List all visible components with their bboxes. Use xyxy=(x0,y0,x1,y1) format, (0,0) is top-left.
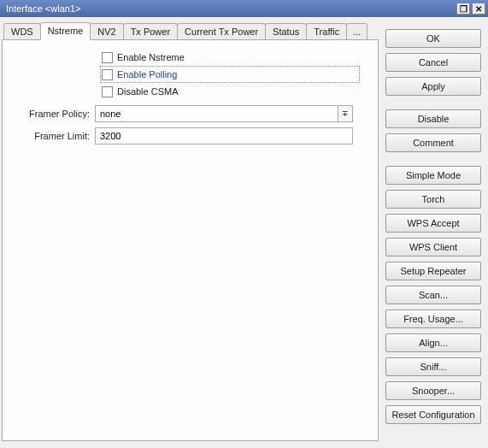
cancel-button[interactable]: Cancel xyxy=(385,53,481,72)
reset-config-button[interactable]: Reset Configuration xyxy=(385,405,481,424)
framer-policy-dropdown-button[interactable]: ∓ xyxy=(338,105,353,122)
dropdown-icon: ∓ xyxy=(342,109,349,118)
framer-limit-row: Framer Limit: 3200 xyxy=(9,127,371,144)
right-panel: OK Cancel Apply Disable Comment Simple M… xyxy=(382,17,488,448)
framer-limit-input[interactable]: 3200 xyxy=(95,127,353,144)
disable-csma-label: Disable CSMA xyxy=(117,86,179,97)
ok-button[interactable]: OK xyxy=(385,29,481,48)
comment-button[interactable]: Comment xyxy=(385,133,481,152)
tab-nv2[interactable]: NV2 xyxy=(90,23,123,39)
tab-strip: WDS Nstreme NV2 Tx Power Current Tx Powe… xyxy=(3,21,379,39)
enable-nstreme-row[interactable]: Enable Nstreme xyxy=(100,49,371,66)
tab-body: Enable Nstreme Enable Polling Disable CS… xyxy=(2,39,379,441)
enable-nstreme-label: Enable Nstreme xyxy=(117,52,185,62)
setup-repeater-button[interactable]: Setup Repeater xyxy=(385,262,481,280)
tab-tx-power[interactable]: Tx Power xyxy=(123,23,178,39)
restore-button[interactable]: ❐ xyxy=(456,3,470,15)
framer-limit-label: Framer Limit: xyxy=(9,131,95,141)
tab-more[interactable]: ... xyxy=(346,23,367,39)
tab-wds[interactable]: WDS xyxy=(3,23,41,39)
tab-traffic[interactable]: Traffic xyxy=(306,23,347,39)
sniff-button[interactable]: Sniff... xyxy=(385,357,481,376)
content: WDS Nstreme NV2 Tx Power Current Tx Powe… xyxy=(0,17,488,448)
enable-nstreme-checkbox[interactable] xyxy=(102,52,113,63)
wps-accept-button[interactable]: WPS Accept xyxy=(385,214,481,233)
disable-csma-checkbox[interactable] xyxy=(102,86,113,97)
snooper-button[interactable]: Snooper... xyxy=(385,381,481,400)
titlebar: Interface <wlan1> ❐ ✕ xyxy=(0,0,488,17)
disable-csma-row[interactable]: Disable CSMA xyxy=(100,83,371,100)
apply-button[interactable]: Apply xyxy=(385,77,481,96)
torch-button[interactable]: Torch xyxy=(385,190,481,209)
left-panel: WDS Nstreme NV2 Tx Power Current Tx Powe… xyxy=(0,17,382,448)
wps-client-button[interactable]: WPS Client xyxy=(385,238,481,256)
disable-button[interactable]: Disable xyxy=(385,109,481,128)
framer-policy-row: Framer Policy: none ∓ xyxy=(9,105,371,122)
enable-polling-row[interactable]: Enable Polling xyxy=(100,66,360,83)
tab-status[interactable]: Status xyxy=(265,23,307,39)
enable-polling-checkbox[interactable] xyxy=(102,69,113,80)
simple-mode-button[interactable]: Simple Mode xyxy=(385,166,481,185)
framer-policy-label: Framer Policy: xyxy=(9,109,95,119)
freq-usage-button[interactable]: Freq. Usage... xyxy=(385,309,481,328)
align-button[interactable]: Align... xyxy=(385,333,481,352)
close-button[interactable]: ✕ xyxy=(472,3,485,15)
tab-current-tx-power[interactable]: Current Tx Power xyxy=(177,23,266,39)
window-title: Interface <wlan1> xyxy=(3,3,455,14)
tab-nstreme[interactable]: Nstreme xyxy=(40,22,91,40)
framer-policy-value[interactable]: none xyxy=(95,105,338,122)
framer-policy-select[interactable]: none ∓ xyxy=(95,105,353,122)
enable-polling-label: Enable Polling xyxy=(117,69,177,80)
scan-button[interactable]: Scan... xyxy=(385,286,481,304)
